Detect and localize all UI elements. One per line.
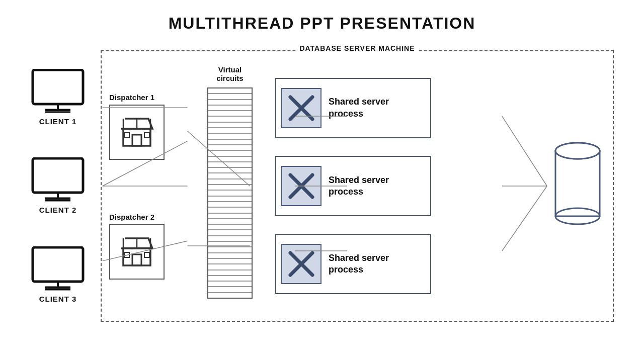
client3-label: CLIENT 3 <box>39 295 77 303</box>
client-1: CLIENT 1 <box>30 69 86 126</box>
svg-rect-33 <box>555 151 600 216</box>
diagram-container: CLIENT 1 CLIENT 2 CLIENT 3 DATABASE SERV… <box>20 43 624 329</box>
svg-rect-23 <box>132 254 141 265</box>
svg-rect-25 <box>144 252 149 257</box>
dispatcher2-section: Dispatcher 2 <box>109 213 165 280</box>
svg-rect-4 <box>33 158 83 193</box>
server-inner: Dispatcher 1 <box>102 51 613 321</box>
shared-server-2-x-icon <box>281 166 321 206</box>
shared-server-2: Shared server process <box>275 156 431 216</box>
clients-column: CLIENT 1 CLIENT 2 CLIENT 3 <box>20 43 96 329</box>
shared-server-3-label: Shared server process <box>329 252 425 276</box>
dispatcher2-shop-icon <box>119 234 154 269</box>
svg-rect-8 <box>33 247 83 282</box>
page-title: MULTITHREAD PPT PRESENTATION <box>169 14 476 33</box>
dispatcher1-box <box>109 105 165 160</box>
vc-box <box>207 87 253 299</box>
client3-monitor-icon <box>30 246 86 292</box>
client2-label: CLIENT 2 <box>39 206 77 214</box>
svg-rect-16 <box>132 135 141 146</box>
shared-servers-column: Shared server process Shared server proc… <box>260 61 545 311</box>
dispatcher1-label: Dispatcher 1 <box>109 93 165 102</box>
svg-rect-18 <box>144 133 149 138</box>
svg-rect-24 <box>124 252 129 257</box>
database-icon <box>552 136 603 236</box>
shared-server-1-label: Shared server process <box>329 96 425 120</box>
server-machine-label: DATABASE SERVER MACHINE <box>295 44 419 52</box>
dispatcher1-section: Dispatcher 1 <box>109 93 165 160</box>
client-2: CLIENT 2 <box>30 157 86 214</box>
shared-server-2-label: Shared server process <box>329 174 425 198</box>
client2-monitor-icon <box>30 157 86 203</box>
shared-server-3-x-icon <box>281 244 321 284</box>
svg-rect-17 <box>124 133 129 138</box>
database-column <box>545 61 605 311</box>
server-machine: DATABASE SERVER MACHINE Dispatcher 1 <box>101 50 614 322</box>
vc-label: Virtualcircuits <box>216 65 243 82</box>
svg-rect-0 <box>33 70 83 104</box>
vc-lines <box>208 88 252 298</box>
shared-server-1: Shared server process <box>275 78 431 138</box>
dispatcher1-shop-icon <box>119 115 154 150</box>
shared-server-3: Shared server process <box>275 234 431 294</box>
svg-point-35 <box>555 143 600 159</box>
client1-monitor-icon <box>30 69 86 114</box>
client1-label: CLIENT 1 <box>39 117 77 126</box>
dispatcher2-label: Dispatcher 2 <box>109 213 165 221</box>
shared-server-1-x-icon <box>281 88 321 128</box>
dispatcher2-box <box>109 224 165 280</box>
dispatchers-column: Dispatcher 1 <box>109 61 195 311</box>
client-3: CLIENT 3 <box>30 246 86 303</box>
virtual-circuits-column: Virtualcircuits <box>200 61 260 311</box>
